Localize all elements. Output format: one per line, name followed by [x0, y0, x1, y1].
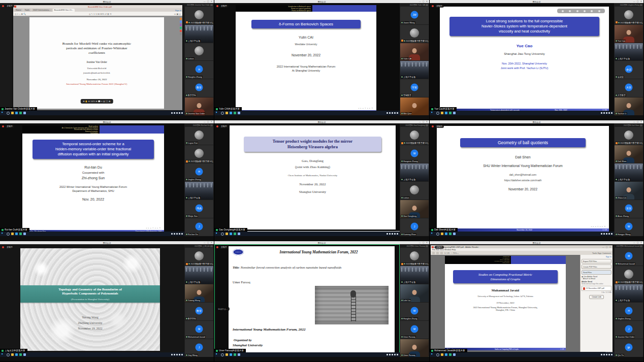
- system-tray[interactable]: [387, 112, 398, 114]
- window-controls[interactable]: — ▢ ✕: [633, 0, 642, 3]
- file-tool-icons[interactable]: ⎙ ☆ ⌂ 🖶 🔍: [15, 13, 26, 15]
- participant-tile[interactable]: 伟杰Weijie Sun: [185, 200, 213, 218]
- participant-tile[interactable]: WHongmin Zhang: [400, 145, 429, 163]
- participant-tile[interactable]: JJing Wang: [185, 339, 213, 357]
- taskbar-search-icon[interactable]: [7, 233, 10, 236]
- system-tray[interactable]: [387, 354, 398, 355]
- layout-toggle-icon[interactable]: [640, 124, 642, 126]
- taskbar-app-icon[interactable]: [226, 233, 228, 235]
- start-button-icon[interactable]: [2, 233, 4, 235]
- participant-tile[interactable]: HJingfen Zheng: [185, 163, 213, 181]
- participant-tile[interactable]: JWJiawei Wang: [400, 7, 429, 24]
- participant-tile[interactable]: 2022国际青年数学家论坛: [185, 145, 213, 163]
- taskbar-app-icon[interactable]: [11, 112, 14, 114]
- taskbar-app-icon[interactable]: [23, 233, 26, 235]
- participant-tile[interactable]: 上海大学会场: [615, 43, 643, 61]
- layout-toggle-icon[interactable]: [210, 124, 213, 126]
- windows-taskbar[interactable]: [214, 111, 400, 115]
- annotation-sidebar-icons[interactable]: [180, 18, 182, 35]
- start-button-icon[interactable]: [2, 112, 4, 114]
- window-controls[interactable]: — ▢ ✕: [602, 246, 611, 248]
- participant-tile[interactable]: 上海大学会场: [185, 25, 213, 43]
- create-pdf-button[interactable]: Create PDF Files: [582, 265, 611, 269]
- layout-toggle-icon[interactable]: [210, 4, 213, 6]
- floating-pdf-toolbar[interactable]: ✥ ✋ ⊖ 100% ⊕ 💬 ✂ ▤ ⬛ 🖶: [80, 99, 113, 104]
- taskbar-app-icon[interactable]: [230, 112, 232, 114]
- taskbar-app-icon[interactable]: [441, 353, 443, 356]
- start-button-icon[interactable]: [216, 353, 218, 356]
- presenter-toolbar[interactable]: [557, 9, 605, 13]
- taskbar-app-icon[interactable]: [15, 112, 18, 114]
- participant-tile[interactable]: 2022国际青年数学家论坛: [185, 248, 213, 266]
- beamer-nav-symbols[interactable]: ◂ ▸ ▴ ▾ ◂ ▸ ⟲: [358, 107, 373, 109]
- taskbar-search-icon[interactable]: [221, 112, 224, 115]
- window-controls[interactable]: — ▢ ✕: [633, 120, 642, 123]
- window-controls[interactable]: — ▢ ✕: [419, 241, 428, 244]
- participant-tile[interactable]: 上海大学会场: [400, 61, 429, 79]
- participant-tile[interactable]: 上海大学会场: [185, 266, 213, 284]
- taskbar-app-icon[interactable]: [230, 233, 232, 235]
- layout-toggle-icon[interactable]: [426, 4, 428, 6]
- layout-toggle-icon[interactable]: [426, 245, 428, 247]
- taskbar-app-icon[interactable]: [238, 233, 240, 235]
- window-controls[interactable]: — ▢ ✕: [204, 0, 213, 3]
- taskbar-app-icon[interactable]: [445, 353, 447, 356]
- participant-tile[interactable]: Gao Dongfang: [400, 200, 429, 218]
- participant-tile[interactable]: MMuhammad Javaid: [615, 248, 643, 266]
- participant-tile[interactable]: Wei Qiao: [400, 97, 429, 115]
- layout-toggle-icon[interactable]: [640, 4, 642, 6]
- participant-tile[interactable]: 2022国际青年数学家论坛: [400, 25, 429, 43]
- participant-tile[interactable]: WHongfen Zhang: [400, 303, 429, 320]
- taskbar-app-icon[interactable]: [234, 233, 236, 235]
- taskbar-search-icon[interactable]: [221, 233, 224, 236]
- participant-tile[interactable]: WHongyu Wang: [615, 218, 643, 236]
- participant-tile[interactable]: HJingfen Zheng: [615, 303, 643, 320]
- windows-taskbar[interactable]: [430, 111, 614, 115]
- system-tray[interactable]: [171, 233, 183, 235]
- taskbar-app-icon[interactable]: [449, 112, 452, 114]
- chat-input-hint[interactable]: 说点什么...: [216, 307, 230, 311]
- participant-tile[interactable]: 2022国际青年数学家论坛: [185, 7, 213, 24]
- taskbar-search-icon[interactable]: [7, 112, 10, 115]
- start-button-icon[interactable]: [2, 353, 4, 356]
- system-tray[interactable]: [387, 233, 398, 235]
- participant-tile[interactable]: 宇宙宇宙数学: [400, 79, 429, 97]
- start-button-icon[interactable]: [431, 112, 434, 114]
- participant-tile[interactable]: HHongfen Zhang: [185, 61, 213, 79]
- taskbar-search-icon[interactable]: [436, 233, 439, 236]
- windows-taskbar[interactable]: [430, 232, 614, 236]
- participant-tile[interactable]: JRui-lian Du: [185, 218, 213, 236]
- participant-tile[interactable]: 2022国际青年数学家论坛: [400, 127, 429, 145]
- participant-tile[interactable]: Jeanine Van Order: [185, 97, 213, 115]
- taskbar-app-icon[interactable]: [445, 233, 447, 235]
- participant-tile[interactable]: 数学数学学院: [185, 79, 213, 97]
- taskbar-app-icon[interactable]: [19, 112, 22, 114]
- participant-tile[interactable]: Luyao Xue: [185, 127, 213, 145]
- taskbar-app-icon[interactable]: [19, 353, 22, 356]
- taskbar-app-icon[interactable]: [234, 353, 236, 356]
- window-controls[interactable]: — ▢ ✕: [633, 241, 642, 244]
- layout-toggle-icon[interactable]: [426, 124, 428, 126]
- export-pdf-button[interactable]: Export PDF Files: [582, 259, 611, 264]
- window-controls[interactable]: — ▢ ✕: [204, 120, 213, 123]
- participant-tile[interactable]: 大学大学数学: [615, 79, 643, 97]
- taskbar-app-icon[interactable]: [15, 233, 18, 235]
- taskbar-app-icon[interactable]: [23, 353, 26, 356]
- layout-toggle-icon[interactable]: [640, 245, 642, 247]
- radio-attach-email[interactable]: ○ Attach to Email: [582, 278, 611, 280]
- system-tray[interactable]: [171, 354, 183, 355]
- participant-tile[interactable]: 缺Qiu Yu: [615, 339, 643, 357]
- panel-tabs[interactable]: Tools Sign Comment: [592, 252, 611, 254]
- participant-tile[interactable]: 上海大学会场: [615, 284, 643, 302]
- system-tray[interactable]: [601, 233, 613, 235]
- panel-tool-icons[interactable]: ⚏ ▣ ◎: [174, 13, 181, 15]
- taskbar-app-icon[interactable]: [23, 112, 26, 114]
- participant-tile[interactable]: 数学数学学院: [185, 303, 213, 320]
- participant-tile[interactable]: Lishen: [400, 182, 429, 200]
- save-icon[interactable]: [436, 252, 439, 254]
- taskbar-app-icon[interactable]: [453, 233, 456, 235]
- system-tray[interactable]: [601, 354, 613, 355]
- taskbar-search-icon[interactable]: [221, 353, 224, 356]
- participant-tile[interactable]: 2022国际青年数学家论坛: [400, 248, 429, 266]
- page-navigation[interactable]: ◎ ✎ 1 / 4 ⊕ 66% ↺ 🗑 ⟲: [89, 13, 111, 15]
